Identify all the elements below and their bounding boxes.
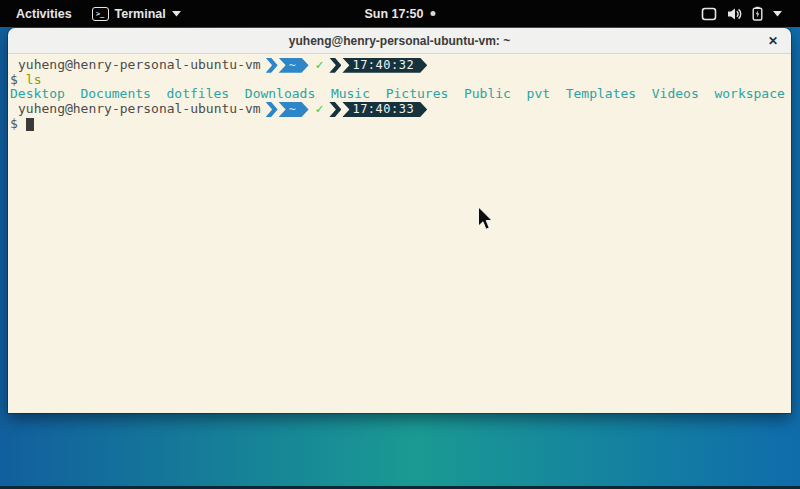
close-icon[interactable]: ✕ (768, 35, 778, 47)
terminal-cursor (26, 118, 34, 131)
screen-icon (701, 7, 717, 21)
system-menu-button[interactable] (701, 6, 782, 21)
window-title: yuheng@henry-personal-ubuntu-vm: ~ (289, 34, 510, 48)
command-text: ls (26, 73, 42, 88)
prompt-symbol: $ (10, 117, 18, 132)
prompt-line: yuheng@henry-personal-ubuntu-vm ~ ✓ 17:4… (10, 102, 789, 117)
prompt-line: yuheng@henry-personal-ubuntu-vm ~ ✓ 17:4… (10, 58, 789, 73)
powerline-arrow-icon (266, 58, 278, 73)
top-bar: Activities >_ Terminal Sun 17:50 (0, 0, 800, 27)
chevron-down-icon (773, 11, 782, 17)
desktop: { "top_bar": { "activities_label": "Acti… (0, 0, 800, 489)
prompt-user: yuheng@henry-personal-ubuntu-vm (18, 102, 261, 117)
terminal-icon: >_ (92, 7, 109, 21)
notification-dot (431, 11, 436, 16)
input-line: $ (10, 117, 789, 132)
activities-button[interactable]: Activities (12, 5, 76, 23)
prompt-time: 17:40:32 (342, 58, 427, 73)
powerline-arrow-icon (329, 58, 341, 73)
terminal-window: yuheng@henry-personal-ubuntu-vm: ~ ✕ yuh… (8, 28, 791, 413)
terminal-screen[interactable]: yuheng@henry-personal-ubuntu-vm ~ ✓ 17:4… (8, 54, 791, 413)
status-check-icon: ✓ (316, 102, 324, 117)
clock-button[interactable]: Sun 17:50 (364, 0, 435, 27)
powerline-arrow-icon (329, 102, 341, 117)
prompt-cwd: ~ (279, 102, 309, 117)
clock-label: Sun 17:50 (364, 7, 423, 21)
ls-output: Desktop Documents dotfiles Downloads Mus… (10, 87, 789, 102)
prompt-symbol: $ (10, 73, 18, 88)
mouse-cursor (477, 206, 496, 233)
titlebar[interactable]: yuheng@henry-personal-ubuntu-vm: ~ ✕ (8, 28, 791, 54)
battery-charging-icon (752, 6, 763, 21)
command-line: $ ls (10, 73, 789, 88)
powerline-arrow-icon (266, 102, 278, 117)
prompt-time: 17:40:33 (342, 102, 427, 117)
status-check-icon: ✓ (316, 58, 324, 73)
app-menu-button[interactable]: >_ Terminal (92, 7, 181, 21)
prompt-cwd: ~ (279, 58, 309, 73)
caret-down-icon (172, 11, 181, 17)
app-menu-label: Terminal (115, 7, 166, 21)
volume-icon (727, 7, 742, 21)
prompt-user: yuheng@henry-personal-ubuntu-vm (18, 58, 261, 73)
